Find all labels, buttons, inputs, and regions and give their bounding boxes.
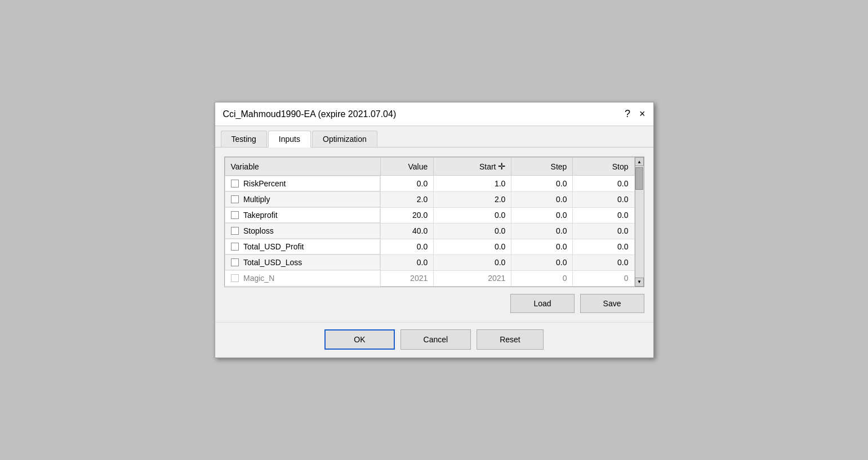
tab-inputs[interactable]: Inputs (268, 131, 311, 148)
tab-bar: Testing Inputs Optimization (215, 126, 653, 148)
cell-start: 2021 (434, 270, 511, 286)
window-title: Cci_Mahmoud1990-EA (expire 2021.07.04) (223, 109, 397, 119)
col-header-value: Value (380, 158, 434, 176)
cell-stop: 0.0 (573, 239, 634, 254)
cell-value: 20.0 (380, 207, 434, 223)
cell-stop: 0 (573, 270, 634, 286)
variable-label: Multiply (243, 195, 270, 204)
variable-label: RiskPercent (243, 179, 286, 188)
title-bar: Cci_Mahmoud1990-EA (expire 2021.07.04) ?… (215, 102, 653, 126)
cell-variable: Multiply (225, 191, 380, 207)
cell-value: 2.0 (380, 191, 434, 207)
cell-start: 0.0 (434, 207, 511, 223)
table-scroll: Variable Value Start ✛ Step Stop (225, 157, 635, 287)
variable-label: Takeprofit (243, 211, 278, 220)
col-header-variable: Variable (225, 158, 380, 176)
variable-label: Stoploss (243, 226, 274, 235)
resize-cursor-icon[interactable]: ✛ (498, 162, 505, 171)
cell-stop: 0.0 (573, 191, 634, 207)
close-icon[interactable]: × (639, 108, 646, 120)
table-row: Total_USD_Loss0.00.00.00.0 (225, 254, 634, 270)
dialog-buttons: OK Cancel Reset (215, 322, 653, 358)
vertical-scrollbar[interactable]: ▲ ▼ (635, 157, 644, 287)
cell-value: 0.0 (380, 254, 434, 270)
cell-stop: 0.0 (573, 223, 634, 239)
scroll-down-arrow[interactable]: ▼ (635, 278, 644, 287)
title-bar-controls: ? × (625, 108, 646, 120)
table-wrapper: Variable Value Start ✛ Step Stop (225, 157, 644, 287)
col-header-start: Start ✛ (434, 158, 511, 176)
table-row: Total_USD_Profit0.00.00.00.0 (225, 239, 634, 254)
cell-start: 1.0 (434, 176, 511, 192)
tab-content: Variable Value Start ✛ Step Stop (215, 148, 653, 322)
cell-variable: Stoploss (225, 223, 380, 239)
scroll-thumb[interactable] (635, 167, 643, 190)
cell-variable: Takeprofit (225, 207, 380, 223)
table-row: Magic_N2021202100 (225, 270, 634, 286)
row-checkbox[interactable] (231, 258, 239, 266)
load-save-row: Load Save (224, 294, 644, 313)
tab-testing[interactable]: Testing (221, 131, 267, 147)
load-button[interactable]: Load (510, 294, 574, 313)
table-row: RiskPercent0.01.00.00.0 (225, 176, 634, 192)
col-header-stop: Stop (573, 158, 634, 176)
cell-variable: Total_USD_Profit (225, 239, 380, 254)
cell-step: 0.0 (511, 207, 573, 223)
cell-start: 0.0 (434, 223, 511, 239)
scroll-up-arrow[interactable]: ▲ (635, 157, 644, 166)
cell-value: 0.0 (380, 239, 434, 254)
row-checkbox[interactable] (231, 211, 239, 219)
variable-label: Magic_N (243, 274, 274, 283)
tab-optimization[interactable]: Optimization (312, 131, 377, 147)
help-icon[interactable]: ? (625, 108, 630, 120)
cell-value: 2021 (380, 270, 434, 286)
cell-step: 0.0 (511, 191, 573, 207)
cell-stop: 0.0 (573, 207, 634, 223)
table-row: Multiply2.02.00.00.0 (225, 191, 634, 207)
ok-button[interactable]: OK (324, 329, 394, 350)
dialog-window: Cci_Mahmoud1990-EA (expire 2021.07.04) ?… (215, 102, 654, 358)
variable-label: Total_USD_Profit (243, 242, 304, 251)
cell-step: 0.0 (511, 254, 573, 270)
cell-step: 0.0 (511, 176, 573, 192)
cancel-button[interactable]: Cancel (400, 329, 471, 350)
table-row: Stoploss40.00.00.00.0 (225, 223, 634, 239)
cell-variable: RiskPercent (225, 176, 380, 191)
reset-button[interactable]: Reset (477, 329, 544, 350)
cell-start: 0.0 (434, 254, 511, 270)
row-checkbox[interactable] (231, 274, 239, 282)
cell-step: 0.0 (511, 239, 573, 254)
save-button[interactable]: Save (580, 294, 644, 313)
table-header-row: Variable Value Start ✛ Step Stop (225, 158, 634, 176)
cell-start: 2.0 (434, 191, 511, 207)
row-checkbox[interactable] (231, 227, 239, 235)
row-checkbox[interactable] (231, 243, 239, 251)
cell-variable: Magic_N (225, 270, 380, 286)
cell-stop: 0.0 (573, 254, 634, 270)
cell-stop: 0.0 (573, 176, 634, 192)
table-body: RiskPercent0.01.00.00.0Multiply2.02.00.0… (225, 176, 634, 287)
col-header-step: Step (511, 158, 573, 176)
parameters-table: Variable Value Start ✛ Step Stop (225, 157, 635, 287)
cell-step: 0 (511, 270, 573, 286)
cell-value: 40.0 (380, 223, 434, 239)
parameters-table-container: Variable Value Start ✛ Step Stop (224, 157, 644, 287)
cell-step: 0.0 (511, 223, 573, 239)
table-row: Takeprofit20.00.00.00.0 (225, 207, 634, 223)
variable-label: Total_USD_Loss (243, 258, 302, 267)
cell-value: 0.0 (380, 176, 434, 192)
row-checkbox[interactable] (231, 180, 239, 187)
cell-variable: Total_USD_Loss (225, 254, 380, 270)
cell-start: 0.0 (434, 239, 511, 254)
row-checkbox[interactable] (231, 195, 239, 203)
